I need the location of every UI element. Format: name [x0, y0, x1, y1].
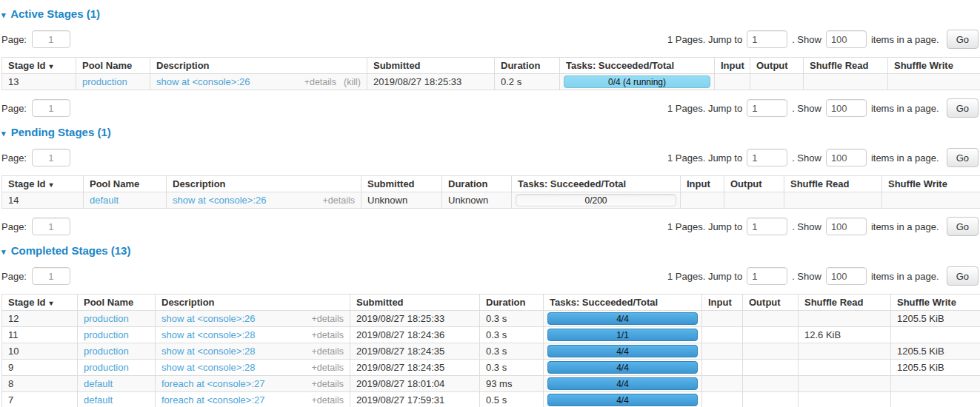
page-number-input[interactable]: [32, 218, 70, 235]
submitted-cell: 2019/08/27 18:01:04: [350, 376, 480, 392]
page-number-input[interactable]: [32, 267, 70, 285]
column-header-tasks-succeeded-total[interactable]: Tasks: Succeeded/Total: [560, 58, 715, 74]
shuffle-write-cell: [891, 392, 980, 407]
column-header-tasks-succeeded-total[interactable]: Tasks: Succeeded/Total: [512, 176, 681, 192]
jump-to-page-input[interactable]: [747, 267, 787, 285]
column-header-input[interactable]: Input: [681, 176, 724, 192]
pool-name-link[interactable]: production: [82, 76, 127, 87]
progress-label: 0/200: [516, 195, 676, 206]
shuffle-read-cell: [799, 311, 891, 327]
pool-name-link[interactable]: production: [84, 313, 129, 324]
page-number-input[interactable]: [32, 99, 70, 117]
details-toggle-link[interactable]: +details: [312, 379, 344, 389]
page-number-input[interactable]: [32, 149, 70, 166]
column-header-output[interactable]: Output: [750, 58, 804, 74]
description-actions: +details: [312, 329, 344, 340]
pool-name-link[interactable]: default: [84, 394, 113, 406]
details-toggle-link[interactable]: +details: [312, 330, 344, 340]
items-per-page-label: items in a page.: [871, 271, 939, 282]
shuffle-read-cell: [804, 74, 888, 90]
progress-label: 4/4: [548, 346, 697, 357]
progress-label: 4/4: [548, 362, 697, 374]
pool-name-cell: default: [78, 376, 156, 392]
column-header-shuffle-write[interactable]: Shuffle Write: [891, 295, 980, 311]
section-header-active-stages[interactable]: ▾ Active Stages (1): [1, 7, 979, 20]
jump-to-page-input[interactable]: [747, 149, 787, 166]
column-header-pool-name[interactable]: Pool Name: [78, 295, 156, 311]
column-header-shuffle-read[interactable]: Shuffle Read: [799, 295, 891, 311]
section-header-completed-stages[interactable]: ▾ Completed Stages (13): [1, 244, 979, 257]
description-link[interactable]: show at <console>:28: [161, 346, 255, 357]
duration-cell: 0.3 s: [480, 343, 544, 360]
description-link[interactable]: show at <console>:28: [161, 362, 255, 373]
column-header-pool-name[interactable]: Pool Name: [76, 58, 150, 74]
pool-name-link[interactable]: production: [84, 362, 129, 373]
pool-name-link[interactable]: default: [90, 195, 119, 206]
submitted-cell: 2019/08/27 18:24:35: [350, 360, 480, 376]
go-button[interactable]: Go: [947, 217, 979, 236]
details-toggle-link[interactable]: +details: [323, 195, 355, 206]
column-header-duration[interactable]: Duration: [495, 58, 560, 74]
duration-cell: 93 ms: [480, 376, 544, 392]
go-button[interactable]: Go: [947, 148, 979, 167]
description-link[interactable]: show at <console>:28: [161, 329, 255, 340]
column-header-description[interactable]: Description: [167, 176, 361, 192]
jump-to-page-input[interactable]: [747, 30, 787, 48]
pool-name-link[interactable]: production: [84, 329, 129, 340]
go-button[interactable]: Go: [947, 30, 979, 49]
go-button[interactable]: Go: [947, 266, 979, 286]
active-stages-section: ▾ Active Stages (1) Page:1 Pages. Jump t…: [1, 7, 979, 118]
description-link[interactable]: foreach at <console>:27: [161, 394, 265, 406]
details-toggle-link[interactable]: +details: [312, 314, 344, 324]
column-header-description[interactable]: Description: [150, 58, 367, 74]
column-header-duration[interactable]: Duration: [480, 295, 544, 311]
column-header-shuffle-write[interactable]: Shuffle Write: [882, 176, 980, 192]
stage-id-cell: 7: [2, 392, 78, 407]
description-link[interactable]: show at <console>:26: [173, 195, 266, 206]
section-title: Pending Stages (1): [11, 126, 111, 138]
description-link[interactable]: show at <console>:26: [161, 313, 255, 324]
description-link[interactable]: show at <console>:26: [156, 76, 250, 87]
show-items-input[interactable]: [826, 149, 867, 166]
stages-table: Stage Id▾Pool NameDescriptionSubmittedDu…: [1, 294, 980, 407]
details-toggle-link[interactable]: +details: [304, 77, 336, 87]
column-header-shuffle-read[interactable]: Shuffle Read: [784, 176, 882, 192]
details-toggle-link[interactable]: +details: [312, 363, 344, 373]
column-header-input[interactable]: Input: [715, 58, 750, 74]
page-number-input[interactable]: [32, 30, 70, 48]
show-items-input[interactable]: [826, 218, 867, 235]
column-header-stage-id[interactable]: Stage Id▾: [2, 295, 78, 311]
section-header-pending-stages[interactable]: ▾ Pending Stages (1): [1, 126, 979, 138]
details-toggle-link[interactable]: +details: [312, 346, 344, 357]
column-header-shuffle-read[interactable]: Shuffle Read: [804, 58, 888, 74]
jump-to-page-input[interactable]: [747, 218, 787, 235]
go-button[interactable]: Go: [947, 98, 979, 118]
shuffle-read-cell: [799, 343, 891, 360]
description-link[interactable]: foreach at <console>:27: [161, 378, 265, 389]
progress-label: 4/4: [548, 313, 697, 325]
jump-to-page-input[interactable]: [747, 99, 787, 117]
column-header-submitted[interactable]: Submitted: [361, 176, 442, 192]
column-header-stage-id[interactable]: Stage Id▾: [2, 58, 76, 74]
column-header-pool-name[interactable]: Pool Name: [84, 176, 167, 192]
show-items-input[interactable]: [826, 99, 867, 117]
column-header-duration[interactable]: Duration: [442, 176, 512, 192]
column-header-description[interactable]: Description: [156, 295, 350, 311]
column-header-stage-id[interactable]: Stage Id▾: [2, 176, 84, 192]
pool-name-link[interactable]: default: [84, 378, 113, 389]
column-header-submitted[interactable]: Submitted: [367, 58, 495, 74]
column-header-shuffle-write[interactable]: Shuffle Write: [888, 58, 980, 74]
kill-stage-link[interactable]: (kill): [344, 77, 361, 87]
pool-name-link[interactable]: production: [84, 346, 129, 357]
details-toggle-link[interactable]: +details: [312, 395, 344, 406]
pending-stages-section: ▾ Pending Stages (1) Page:1 Pages. Jump …: [1, 126, 979, 236]
column-header-tasks-succeeded-total[interactable]: Tasks: Succeeded/Total: [544, 295, 702, 311]
column-header-submitted[interactable]: Submitted: [350, 295, 480, 311]
column-header-input[interactable]: Input: [702, 295, 743, 311]
total-pages-text: 1 Pages. Jump to: [667, 152, 742, 164]
page-jump-controls: 1 Pages. Jump to. Showitems in a page.Go: [667, 217, 979, 236]
show-items-input[interactable]: [826, 30, 867, 48]
show-items-input[interactable]: [826, 267, 867, 285]
column-header-output[interactable]: Output: [743, 295, 799, 311]
column-header-output[interactable]: Output: [724, 176, 784, 192]
